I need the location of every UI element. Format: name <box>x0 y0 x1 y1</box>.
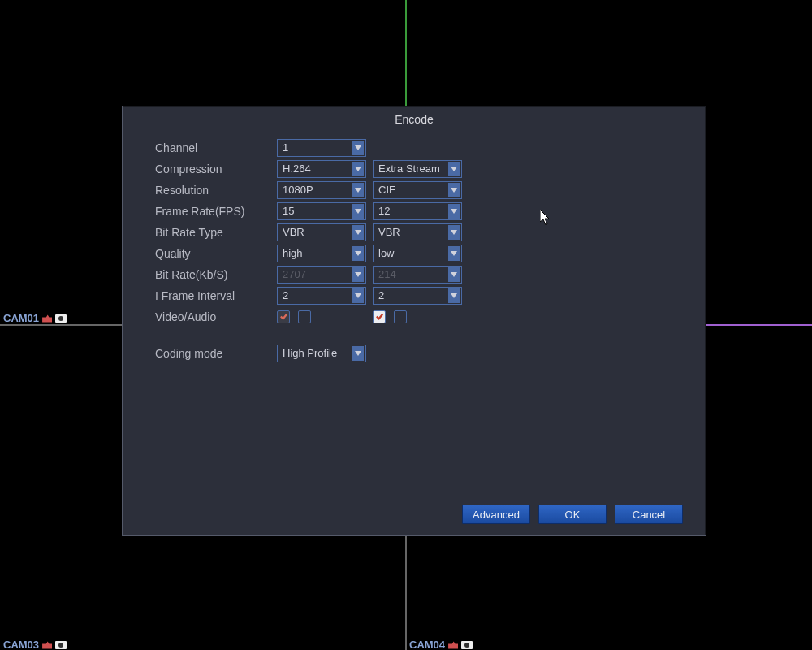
label-coding-mode: Coding mode <box>155 347 277 360</box>
select-value: 1 <box>283 141 288 154</box>
select-value: H.264 <box>283 162 311 175</box>
chevron-down-icon <box>448 288 460 303</box>
select-value: low <box>378 247 395 259</box>
select-value: VBR <box>378 226 400 238</box>
row-compression: Compression H.264 Extra Stream <box>155 158 673 179</box>
label-bit-rate-type: Bit Rate Type <box>155 226 277 239</box>
checkbox-video-extra[interactable] <box>373 310 386 323</box>
checkbox-audio-extra[interactable] <box>394 310 407 323</box>
select-value: 214 <box>378 268 396 280</box>
camera-label-3: CAM03 <box>3 639 67 650</box>
chevron-down-icon <box>352 267 364 282</box>
select-value: 15 <box>283 205 294 217</box>
chevron-down-icon <box>352 246 364 261</box>
camera-rec-icon <box>42 641 52 649</box>
select-value: 1080P <box>283 184 313 196</box>
select-bit-rate-type-extra[interactable]: VBR <box>373 223 462 241</box>
select-resolution-extra[interactable]: CIF <box>373 181 462 199</box>
camera-name: CAM04 <box>409 639 445 650</box>
row-frame-rate: Frame Rate(FPS) 15 12 <box>155 201 673 221</box>
select-value: High Profile <box>283 347 337 359</box>
chevron-down-icon <box>352 141 364 155</box>
chevron-down-icon <box>448 162 460 176</box>
row-video-audio: Video/Audio <box>155 306 673 327</box>
camera-snapshot-icon <box>55 641 67 649</box>
ok-button[interactable]: OK <box>538 505 607 524</box>
select-bit-rate-type-main[interactable]: VBR <box>277 223 366 241</box>
row-quality: Quality high low <box>155 243 673 263</box>
label-quality: Quality <box>155 247 277 260</box>
select-value: 2 <box>283 289 288 301</box>
advanced-button[interactable]: Advanced <box>462 505 530 524</box>
chevron-down-icon <box>448 204 460 219</box>
select-value: VBR <box>283 226 304 238</box>
dialog-title: Encode <box>123 106 706 137</box>
chevron-down-icon <box>352 204 364 219</box>
checkbox-audio-main[interactable] <box>298 310 311 323</box>
button-row: Advanced OK Cancel <box>123 496 706 535</box>
select-i-frame-extra[interactable]: 2 <box>373 287 462 305</box>
select-resolution-main[interactable]: 1080P <box>277 181 366 199</box>
row-resolution: Resolution 1080P CIF <box>155 180 673 200</box>
chevron-down-icon <box>352 288 364 303</box>
chevron-down-icon <box>352 346 364 361</box>
label-compression: Compression <box>155 162 277 176</box>
select-quality-extra[interactable]: low <box>373 245 462 262</box>
select-compression-extra[interactable]: Extra Stream <box>373 160 462 178</box>
select-value: CIF <box>378 184 395 196</box>
label-frame-rate: Frame Rate(FPS) <box>155 205 277 218</box>
camera-snapshot-icon <box>461 641 473 649</box>
camera-rec-icon <box>42 314 52 323</box>
camera-label-4: CAM04 <box>409 639 473 650</box>
select-channel[interactable]: 1 <box>277 139 366 157</box>
select-value: 12 <box>378 205 390 217</box>
camera-label-1: CAM01 <box>3 312 67 324</box>
camera-snapshot-icon <box>55 314 67 323</box>
camera-name: CAM01 <box>3 312 39 324</box>
row-channel: Channel 1 <box>155 137 673 158</box>
label-channel: Channel <box>155 141 277 154</box>
chevron-down-icon <box>448 183 460 197</box>
select-value: 2707 <box>283 268 306 280</box>
row-bit-rate: Bit Rate(Kb/S) 2707 214 <box>155 264 673 284</box>
chevron-down-icon <box>352 162 364 176</box>
select-quality-main[interactable]: high <box>277 245 366 262</box>
select-frame-rate-extra[interactable]: 12 <box>373 202 462 220</box>
encode-dialog: Encode Channel 1 Compression H.264 Extra… <box>122 106 706 536</box>
select-value: Extra Stream <box>378 162 440 175</box>
label-i-frame: I Frame Interval <box>155 289 277 302</box>
label-video-audio: Video/Audio <box>155 310 277 323</box>
chevron-down-icon <box>352 183 364 197</box>
chevron-down-icon <box>448 246 460 261</box>
row-coding-mode: Coding mode High Profile <box>155 343 673 363</box>
camera-rec-icon <box>448 641 458 649</box>
label-bit-rate: Bit Rate(Kb/S) <box>155 268 277 281</box>
select-value: high <box>283 247 303 259</box>
chevron-down-icon <box>448 225 460 240</box>
select-coding-mode[interactable]: High Profile <box>277 344 366 362</box>
select-frame-rate-main[interactable]: 15 <box>277 202 366 220</box>
select-compression-main[interactable]: H.264 <box>277 160 366 178</box>
row-bit-rate-type: Bit Rate Type VBR VBR <box>155 222 673 242</box>
chevron-down-icon <box>352 225 364 240</box>
select-value: 2 <box>378 289 384 301</box>
label-resolution: Resolution <box>155 184 277 197</box>
select-bit-rate-extra[interactable]: 214 <box>373 266 462 284</box>
checkbox-video-main[interactable] <box>277 310 290 323</box>
camera-name: CAM03 <box>3 639 39 650</box>
select-bit-rate-main[interactable]: 2707 <box>277 266 366 284</box>
row-i-frame: I Frame Interval 2 2 <box>155 285 673 306</box>
cancel-button[interactable]: Cancel <box>615 505 683 524</box>
chevron-down-icon <box>448 267 460 282</box>
form-area: Channel 1 Compression H.264 Extra Stream… <box>123 137 706 496</box>
select-i-frame-main[interactable]: 2 <box>277 287 366 305</box>
